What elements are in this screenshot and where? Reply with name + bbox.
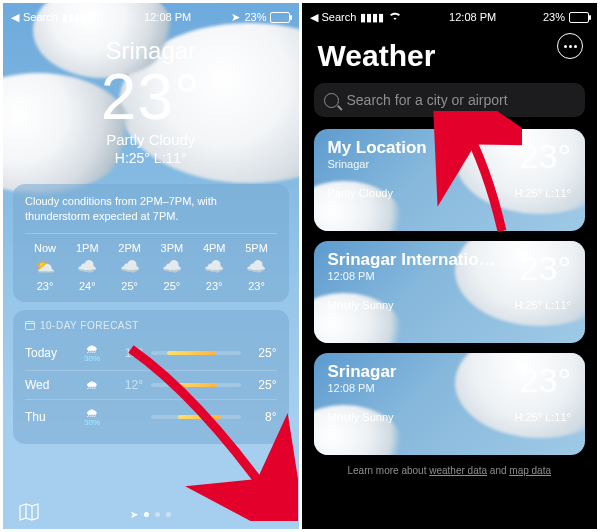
status-time: 12:08 PM xyxy=(449,11,496,23)
signal-icon: ▮▮▮▮ xyxy=(62,11,86,24)
annotation-arrow xyxy=(432,111,522,241)
weather-hero: Srinagar 23° Partly Cloudy H:25° L:11° xyxy=(3,31,299,176)
search-placeholder: Search for a city or airport xyxy=(347,92,508,108)
high-low: H:25° L:11° xyxy=(3,150,299,166)
weather-detail-screen: ◀ Search ▮▮▮▮ 12:08 PM ➤ 23% Srinagar 23… xyxy=(3,3,299,529)
map-icon[interactable] xyxy=(19,503,39,526)
battery-percent: 23% xyxy=(244,11,266,23)
page-title: Weather xyxy=(302,31,598,83)
annotation-arrow xyxy=(123,341,298,521)
status-time: 12:08 PM xyxy=(144,11,191,23)
hourly-cell: 5PM☁️23° xyxy=(236,242,276,292)
status-search-label[interactable]: Search xyxy=(23,11,58,23)
more-menu-button[interactable] xyxy=(557,33,583,59)
battery-percent: 23% xyxy=(543,11,565,23)
forecast-summary: Cloudy conditions from 2PM–7PM, with thu… xyxy=(25,194,277,234)
svg-rect-0 xyxy=(26,321,35,329)
location-card[interactable]: Srinagar12:08 PM 23° Mostly SunnyH:25° L… xyxy=(314,353,586,455)
learn-more-footer: Learn more about weather data and map da… xyxy=(302,465,598,476)
status-bar: ◀ Search ▮▮▮▮ 12:08 PM ➤ 23% xyxy=(3,3,299,31)
weather-data-link[interactable]: weather data xyxy=(429,465,487,476)
search-icon xyxy=(324,93,339,108)
forecast-header: 10-DAY FORECAST xyxy=(25,320,277,332)
weather-list-screen: ◀ Search ▮▮▮▮ 12:08 PM 23% Weather Searc… xyxy=(302,3,598,529)
back-search-icon[interactable]: ◀ xyxy=(11,11,19,24)
status-search-label[interactable]: Search xyxy=(322,11,357,23)
location-indicator-icon: ➤ xyxy=(231,11,240,24)
hourly-cell: 3PM☁️25° xyxy=(152,242,192,292)
current-condition: Partly Cloudy xyxy=(3,131,299,148)
calendar-icon xyxy=(25,320,35,332)
hourly-cell: 2PM☁️25° xyxy=(110,242,150,292)
current-temperature: 23° xyxy=(3,65,299,129)
battery-icon xyxy=(569,12,589,23)
back-search-icon[interactable]: ◀ xyxy=(310,11,318,24)
hourly-row[interactable]: Now⛅23°1PM☁️24°2PM☁️25°3PM☁️25°4PM☁️23°5… xyxy=(25,242,277,292)
map-data-link[interactable]: map data xyxy=(509,465,551,476)
hourly-forecast-card[interactable]: Cloudy conditions from 2PM–7PM, with thu… xyxy=(13,184,289,302)
location-card[interactable]: Srinagar Internatio…12:08 PM 23° Mostly … xyxy=(314,241,586,343)
hourly-cell: 1PM☁️24° xyxy=(67,242,107,292)
hourly-cell: Now⛅23° xyxy=(25,242,65,292)
battery-icon xyxy=(270,12,290,23)
hourly-cell: 4PM☁️23° xyxy=(194,242,234,292)
status-bar: ◀ Search ▮▮▮▮ 12:08 PM 23% xyxy=(302,3,598,31)
wifi-icon xyxy=(90,11,104,23)
signal-icon: ▮▮▮▮ xyxy=(360,11,384,24)
wifi-icon xyxy=(388,11,402,23)
